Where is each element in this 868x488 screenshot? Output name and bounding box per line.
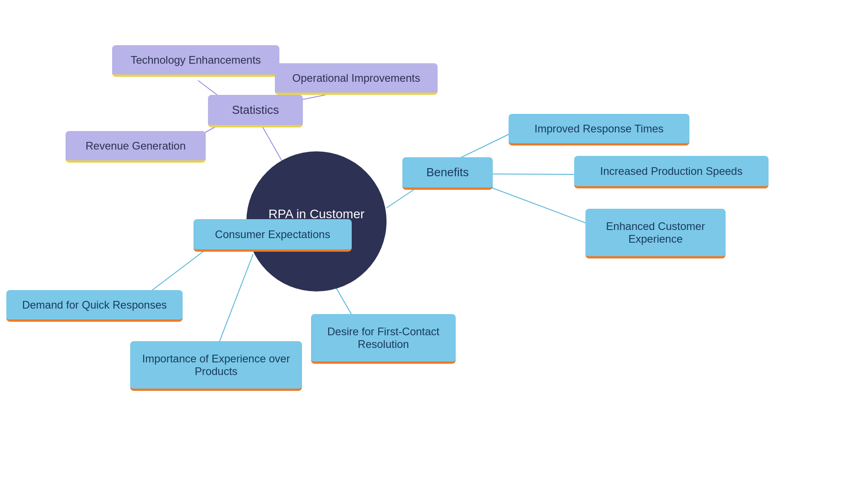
statistics-node[interactable]: Statistics: [208, 95, 303, 127]
consumer-expectations-node[interactable]: Consumer Expectations: [193, 219, 352, 252]
improved-response-times-label: Improved Response Times: [534, 122, 663, 135]
revenue-generation-node[interactable]: Revenue Generation: [66, 131, 206, 163]
svg-line-7: [479, 183, 588, 224]
revenue-generation-label: Revenue Generation: [85, 140, 185, 152]
benefits-label: Benefits: [426, 165, 469, 179]
svg-line-6: [493, 174, 579, 174]
svg-line-10: [217, 254, 253, 348]
mindmap-canvas: RPA in Customer Service Statistics Techn…: [0, 0, 868, 488]
technology-enhancements-label: Technology Enhancements: [131, 54, 261, 66]
importance-experience-label: Importance of Experience over Products: [138, 352, 294, 378]
benefits-node[interactable]: Benefits: [402, 157, 493, 190]
enhanced-customer-experience-node[interactable]: Enhanced Customer Experience: [585, 209, 726, 258]
increased-production-speeds-label: Increased Production Speeds: [600, 165, 743, 178]
increased-production-speeds-node[interactable]: Increased Production Speeds: [574, 156, 769, 188]
desire-first-contact-label: Desire for First-Contact Resolution: [319, 325, 448, 351]
statistics-label: Statistics: [232, 103, 279, 117]
demand-quick-responses-node[interactable]: Demand for Quick Responses: [6, 290, 183, 322]
enhanced-customer-experience-label: Enhanced Customer Experience: [594, 220, 717, 245]
operational-improvements-label: Operational Improvements: [292, 72, 420, 84]
improved-response-times-node[interactable]: Improved Response Times: [509, 114, 689, 145]
operational-improvements-node[interactable]: Operational Improvements: [275, 63, 438, 95]
technology-enhancements-node[interactable]: Technology Enhancements: [112, 45, 279, 77]
importance-experience-node[interactable]: Importance of Experience over Products: [130, 341, 302, 391]
demand-quick-responses-label: Demand for Quick Responses: [22, 299, 167, 311]
consumer-expectations-label: Consumer Expectations: [215, 228, 330, 241]
desire-first-contact-node[interactable]: Desire for First-Contact Resolution: [311, 314, 456, 364]
